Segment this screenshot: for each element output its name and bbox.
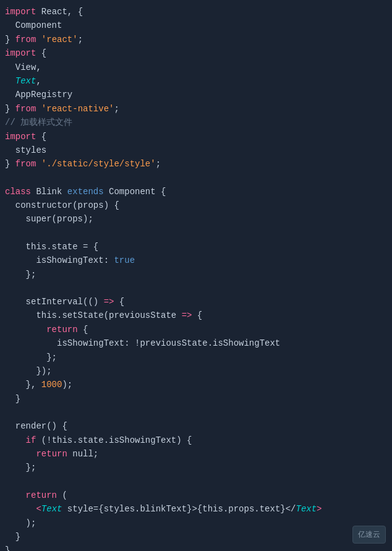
code-token: Text [296, 504, 317, 514]
code-token: { [36, 132, 46, 142]
code-line [0, 281, 392, 295]
code-token [36, 35, 41, 45]
code-token: }; [5, 270, 36, 280]
code-line: return { [0, 323, 392, 336]
code-line: }; [0, 268, 392, 281]
code-line: ); [0, 516, 392, 530]
code-token: { [78, 325, 88, 335]
code-token: Blink [31, 187, 67, 197]
code-line: styles [0, 143, 392, 157]
code-token: ); [62, 380, 72, 390]
watermark-badge: 亿速云 [352, 526, 386, 544]
code-line: class Blink extends Component { [0, 185, 392, 199]
code-token: ( [57, 490, 67, 500]
code-token: < [36, 504, 41, 514]
code-line: Text, [0, 74, 392, 88]
code-token: null; [67, 449, 98, 459]
code-token: ; [114, 104, 119, 114]
code-line: }; [0, 351, 392, 364]
code-token: extends [67, 187, 104, 197]
code-line [0, 406, 392, 419]
code-token [5, 449, 36, 459]
code-token: import [5, 48, 36, 58]
code-line: }, 1000); [0, 378, 392, 391]
code-line: AppRegistry [0, 88, 392, 101]
code-line: } [0, 392, 392, 406]
code-token: Component { [104, 187, 166, 197]
code-token: View, [5, 62, 41, 72]
code-line: import React, { [0, 5, 392, 19]
code-line: return null; [0, 447, 392, 461]
code-token: , [36, 76, 41, 86]
code-token: }; [5, 352, 57, 362]
code-token: { [36, 48, 46, 58]
code-line: } from 'react-native'; [0, 102, 392, 116]
code-token: Text [41, 504, 62, 514]
code-token: React, { [36, 7, 83, 17]
code-line [0, 475, 392, 489]
code-token: import [5, 7, 36, 17]
code-line: this.setState(previousState => { [0, 309, 392, 322]
code-line: } [0, 544, 392, 551]
code-token: import [5, 132, 36, 142]
code-token: ; [156, 159, 161, 169]
code-line: } from 'react'; [0, 33, 392, 46]
code-line: }; [0, 461, 392, 474]
code-line: super(props); [0, 212, 392, 226]
code-line: <Text style={styles.blinkText}>{this.pro… [0, 502, 392, 516]
code-token: => [182, 310, 192, 320]
code-token: 'react' [41, 35, 78, 45]
code-token: return [26, 490, 57, 500]
code-line: Component [0, 19, 392, 32]
code-token: this.state = { [5, 242, 98, 252]
code-token: styles [5, 145, 46, 155]
code-line [0, 171, 392, 185]
code-token [5, 435, 26, 445]
code-token: isShowingText: !previousState.isShowingT… [5, 338, 280, 348]
code-token [36, 159, 41, 169]
code-token: } [5, 35, 15, 45]
code-token: from [15, 159, 36, 169]
code-token: ; [78, 35, 83, 45]
code-token: constructor(props) { [5, 200, 119, 210]
code-token: // 加载样式文件 [5, 117, 72, 127]
code-token: } [5, 545, 10, 551]
code-token: => [104, 297, 114, 307]
code-line: constructor(props) { [0, 199, 392, 212]
code-editor: import React, { Component} from 'react';… [0, 0, 392, 551]
code-token: return [36, 449, 67, 459]
code-token: 1000 [41, 380, 62, 390]
code-token: return [46, 325, 77, 335]
code-token: > [317, 504, 322, 514]
code-token [5, 325, 46, 335]
code-line [0, 226, 392, 240]
code-token [5, 504, 36, 514]
code-line: // 加载样式文件 [0, 116, 392, 129]
watermark-text: 亿速云 [358, 530, 380, 539]
code-token: }, [5, 380, 41, 390]
code-token: }); [5, 366, 52, 376]
code-token: render() { [5, 421, 67, 431]
code-token: (!this.state.isShowingText) { [36, 435, 192, 445]
code-line: }); [0, 364, 392, 378]
code-line: this.state = { [0, 240, 392, 254]
code-token [5, 76, 15, 86]
code-token: true [114, 255, 135, 265]
code-line: } from './static/style/style'; [0, 157, 392, 171]
code-line: } [0, 530, 392, 544]
code-token: }; [5, 463, 36, 472]
code-token: } [5, 159, 15, 169]
code-token: this.setState(previousState [5, 310, 182, 320]
code-line: isShowingText: true [0, 254, 392, 267]
code-token [36, 104, 41, 114]
code-token: if [26, 435, 36, 445]
code-line: import { [0, 130, 392, 143]
code-line: import { [0, 46, 392, 60]
code-line: View, [0, 61, 392, 74]
code-line: if (!this.state.isShowingText) { [0, 434, 392, 447]
code-token: { [114, 297, 124, 307]
code-line: isShowingText: !previousState.isShowingT… [0, 336, 392, 350]
code-token: } [5, 394, 20, 404]
code-token: 'react-native' [41, 104, 114, 114]
code-token: from [15, 104, 36, 114]
